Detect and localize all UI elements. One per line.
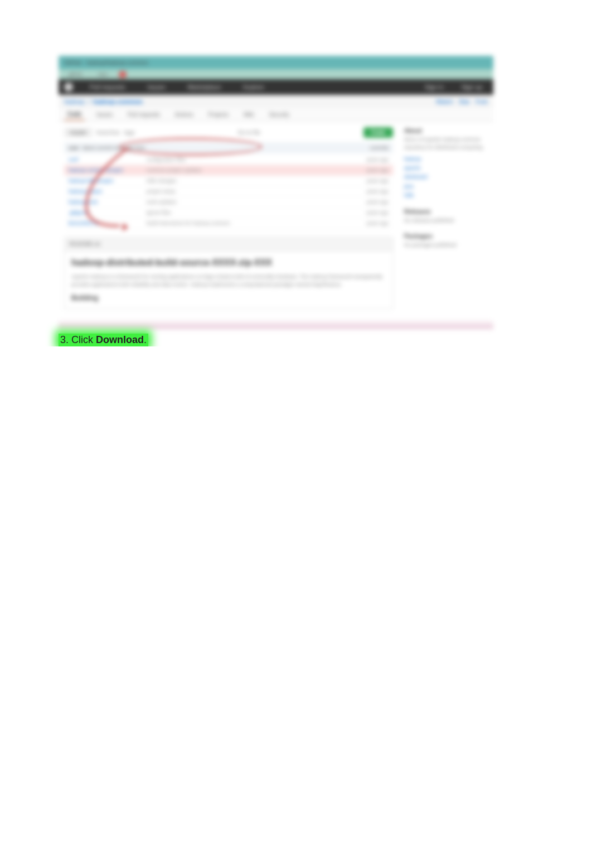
about-text: Mirror of Apache Hadoop common repositor…	[404, 136, 488, 151]
notification-badge[interactable]: 1	[119, 71, 126, 78]
code-download-button[interactable]: Code	[363, 127, 393, 138]
readme-subheading: Building	[71, 294, 386, 302]
packages-text: No packages published	[404, 242, 488, 249]
topic-tag[interactable]: apache	[404, 163, 488, 172]
step-action: Click	[71, 334, 93, 345]
nav-signin[interactable]: Sign in	[419, 81, 449, 93]
breadcrumb-repo[interactable]: hadoop-common	[93, 98, 143, 105]
tab-projects[interactable]: Projects	[205, 109, 232, 120]
topic-tag[interactable]: hdfs	[404, 191, 488, 200]
branch-selector[interactable]: master	[64, 128, 93, 137]
file-time: years ago	[350, 157, 389, 162]
step-number: 3.	[60, 334, 69, 345]
branches-link[interactable]: branches	[97, 129, 120, 136]
fade-overlay	[59, 319, 493, 329]
releases-text: No releases published	[404, 217, 488, 225]
tab-issues[interactable]: Issues	[93, 109, 116, 120]
tab-security[interactable]: Security	[266, 109, 293, 120]
file-time: years ago	[350, 178, 389, 184]
github-logo-icon[interactable]	[64, 83, 73, 91]
tags-link[interactable]: tags	[124, 129, 135, 136]
topic-tag[interactable]: hadoop	[404, 155, 488, 163]
readme-text: Apache Hadoop is a framework for running…	[71, 273, 386, 288]
topic-tag[interactable]: java	[404, 182, 488, 191]
tab-code[interactable]: Code	[64, 109, 85, 120]
watch-button[interactable]: Watch	[436, 98, 453, 105]
tab-pullrequests[interactable]: Pull requests	[124, 109, 163, 120]
about-title: About	[404, 127, 488, 134]
file-time: years ago	[350, 199, 389, 205]
nav-issues[interactable]: Issues	[142, 81, 171, 93]
readme-title: hadoop-distributed-build-source-XXXX-zip…	[71, 258, 386, 268]
nav-explore[interactable]: Explore	[237, 81, 269, 93]
github-screenshot: GitHub - hadoop/hadoop-common github rep…	[59, 56, 493, 329]
tab-actions[interactable]: Actions	[172, 109, 197, 120]
annotation-arrow-head	[123, 223, 128, 231]
step-target: Download	[96, 334, 144, 345]
star-button[interactable]: Star	[459, 98, 470, 105]
repo-tabs: Code Issues Pull requests Actions Projec…	[59, 108, 493, 122]
nav-pullrequests[interactable]: Pull requests	[84, 81, 131, 93]
goto-file[interactable]: Go to file	[238, 129, 260, 136]
github-top-nav: Pull requests Issues Marketplace Explore…	[59, 79, 493, 95]
topic-tag[interactable]: distributed	[404, 172, 488, 181]
browser-title: GitHub - hadoop/hadoop-common	[64, 60, 148, 66]
nav-marketplace[interactable]: Marketplace	[182, 81, 226, 93]
tab-wiki[interactable]: Wiki	[240, 109, 258, 120]
repo-sidebar: About Mirror of Apache Hadoop common rep…	[399, 127, 488, 309]
file-time: years ago	[350, 210, 389, 215]
breadcrumb-separator: /	[88, 98, 90, 105]
packages-title: Packages	[404, 233, 488, 239]
commit-author[interactable]: user	[69, 145, 79, 151]
breadcrumb-user[interactable]: hadoop	[64, 98, 85, 105]
nav-signup[interactable]: Sign up	[456, 81, 488, 93]
file-time: years ago	[350, 220, 389, 226]
step-suffix: .	[144, 334, 147, 345]
breadcrumb: hadoop / hadoop-common Watch Star Fork	[59, 95, 493, 108]
branch-bar: master branches tags Go to file Code	[64, 127, 393, 138]
readme-body: hadoop-distributed-build-source-XXXX-zip…	[64, 251, 393, 309]
instruction-step: 3. Click Download.	[59, 334, 148, 346]
file-time: years ago	[350, 167, 389, 173]
browser-titlebar: GitHub - hadoop/hadoop-common	[59, 56, 493, 69]
annotation-arrow	[81, 145, 181, 245]
file-time: years ago	[350, 189, 389, 194]
browser-tabs-row: github repo 1	[59, 69, 493, 79]
fork-button[interactable]: Fork	[475, 98, 488, 105]
releases-title: Releases	[404, 208, 488, 215]
commit-count[interactable]: commits	[370, 145, 389, 151]
browser-tab[interactable]: github	[64, 70, 87, 78]
browser-tab[interactable]: repo	[94, 70, 113, 78]
